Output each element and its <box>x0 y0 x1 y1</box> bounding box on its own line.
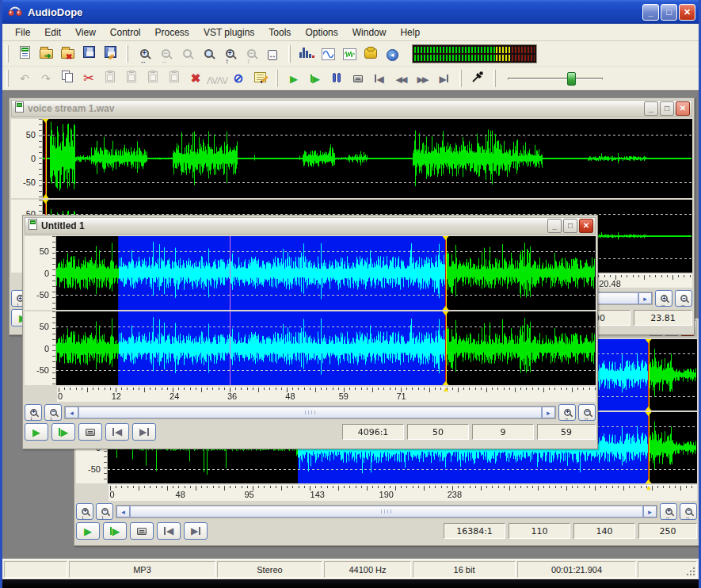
horizontal-zoom-out-button[interactable]: −↔ <box>578 404 596 421</box>
waveform-display[interactable] <box>56 236 596 310</box>
time-ruler[interactable]: 04895143190238▲ <box>109 485 697 501</box>
scrollbar-thumb[interactable] <box>78 407 542 418</box>
waveform-canvas[interactable] <box>56 236 595 310</box>
statistics-button[interactable] <box>296 44 317 63</box>
play-selection-button[interactable]: ▶ <box>103 522 127 540</box>
time-ruler[interactable]: 0122436485971▲ <box>57 387 596 402</box>
save-file-button[interactable] <box>78 44 99 63</box>
scroll-left-button[interactable]: ◂ <box>116 506 130 517</box>
play-button[interactable]: ▶ <box>25 423 48 441</box>
scroll-left-button[interactable]: ◂ <box>65 407 78 418</box>
signal-generator-button[interactable] <box>318 44 338 63</box>
minimize-button[interactable]: _ <box>642 4 659 21</box>
menu-item-view[interactable]: View <box>69 25 102 40</box>
amplitude-ruler-ticks <box>52 236 55 310</box>
resize-grip[interactable] <box>686 567 695 576</box>
fast-forward-button[interactable]: ▶▶ <box>412 68 432 88</box>
marker-tool-button[interactable] <box>467 68 488 88</box>
waveform-display[interactable] <box>43 119 692 198</box>
child-minimize-button[interactable]: _ <box>644 101 658 116</box>
volume-slider[interactable] <box>505 71 606 86</box>
menu-item-process[interactable]: Process <box>149 25 196 40</box>
scrollbar-thumb[interactable] <box>130 506 643 517</box>
vertical-zoom-out-button[interactable]: −↕ <box>96 503 113 520</box>
horizontal-scrollbar[interactable]: ◂▸ <box>64 406 556 419</box>
maximize-button[interactable]: □ <box>661 4 677 21</box>
close-file-button[interactable]: ✖ <box>57 44 78 63</box>
delete-button[interactable]: ✖ <box>185 68 206 88</box>
horizontal-zoom-in-button[interactable]: +↔ <box>655 290 672 307</box>
app-titlebar[interactable]: AudioDope _ □ ✕ <box>2 0 699 24</box>
child-window-untitled[interactable]: Untitled 1_□✕500-50500-500122436485971▲+… <box>22 215 598 449</box>
horizontal-scrollbar[interactable]: ◂▸ <box>116 505 657 518</box>
sound-playback-button[interactable]: ◄ <box>382 44 402 63</box>
stop-button[interactable] <box>348 68 368 88</box>
go-end-button[interactable]: ▶ <box>184 522 208 540</box>
scroll-right-button[interactable]: ▸ <box>643 506 657 517</box>
save-as-file-button[interactable]: ✏ <box>100 44 120 63</box>
fit-width-button[interactable]: ↔ <box>262 44 283 63</box>
waveform-canvas[interactable] <box>56 311 595 385</box>
copy-button[interactable] <box>57 68 78 88</box>
new-file-button[interactable] <box>14 44 35 63</box>
notes-button[interactable] <box>250 68 270 88</box>
menu-item-control[interactable]: Control <box>104 25 147 40</box>
go-start-button[interactable]: ◀ <box>369 68 390 88</box>
menu-item-tools[interactable]: Tools <box>262 25 297 40</box>
go-end-button[interactable]: ▶ <box>433 68 454 88</box>
open-file-button[interactable]: ➔ <box>36 44 56 63</box>
horizontal-zoom-in-button[interactable]: +↔ <box>660 503 677 520</box>
menu-item-edit[interactable]: Edit <box>38 25 67 40</box>
vertical-zoom-in-button[interactable]: +↕ <box>25 404 42 421</box>
play-selection-button[interactable]: ▶ <box>51 423 75 441</box>
menu-item-vst-plugins[interactable]: VST plugins <box>197 25 261 40</box>
scroll-right-button[interactable]: ▸ <box>542 407 555 418</box>
menu-item-file[interactable]: File <box>9 25 36 40</box>
play-button[interactable]: ▶ <box>76 522 100 540</box>
vertical-zoom-in-button[interactable]: +↕ <box>76 503 93 520</box>
child-title: Untitled 1 <box>41 220 546 231</box>
child-minimize-button[interactable]: _ <box>547 219 562 233</box>
menu-item-options[interactable]: Options <box>299 25 344 40</box>
play-button[interactable]: ▶ <box>284 68 304 88</box>
child-maximize-button[interactable]: □ <box>660 101 674 116</box>
status-field-2: 110 <box>509 523 570 539</box>
horizontal-zoom-in-button[interactable]: +↔ <box>558 404 576 421</box>
close-button[interactable]: ✕ <box>679 4 695 21</box>
waveform-display[interactable] <box>56 311 596 385</box>
amplitude-label: -50 <box>23 178 36 187</box>
waveform-view-button[interactable] <box>339 44 360 63</box>
child-close-button[interactable]: ✕ <box>579 219 593 233</box>
transport-row: ▶▶◀▶16384:1110140250 <box>76 522 697 540</box>
stop-button[interactable] <box>130 522 154 540</box>
horizontal-zoom-out-button[interactable]: −↔ <box>680 503 697 520</box>
menu-item-window[interactable]: Window <box>346 25 393 40</box>
child-titlebar[interactable]: voice stream 1.wav_□✕ <box>11 100 692 117</box>
signal-generator-icon <box>322 47 335 61</box>
child-maximize-button[interactable]: □ <box>563 219 577 233</box>
amplitude-ruler: 500-50 <box>25 236 56 310</box>
toolbar-grip <box>459 70 462 87</box>
go-start-button[interactable]: ◀ <box>105 423 129 441</box>
menu-item-help[interactable]: Help <box>394 25 426 40</box>
child-titlebar[interactable]: Untitled 1_□✕ <box>25 217 596 235</box>
stop-button[interactable] <box>78 423 102 441</box>
pause-button[interactable] <box>326 68 347 88</box>
child-close-button[interactable]: ✕ <box>676 101 690 116</box>
go-end-button[interactable]: ▶ <box>132 423 156 441</box>
vertical-zoom-out-button[interactable]: −↕ <box>44 404 62 421</box>
zoom-in-vertical-button[interactable]: +↕ <box>219 44 240 63</box>
zoom-in-horizontal-button[interactable]: +↔ <box>134 44 154 63</box>
cut-button[interactable]: ✂ <box>78 68 99 88</box>
mute-button[interactable]: ⊘ <box>228 68 249 88</box>
zoom-selection-button[interactable] <box>198 44 219 63</box>
phone-device-button[interactable] <box>360 44 381 63</box>
scroll-right-button[interactable]: ▸ <box>638 292 652 304</box>
rewind-button[interactable]: ◀◀ <box>391 68 411 88</box>
play-selection-button[interactable]: ▶ <box>305 68 326 88</box>
format-panel: MP3 <box>69 561 215 578</box>
volume-slider-thumb[interactable] <box>567 72 576 86</box>
horizontal-zoom-out-button[interactable]: −↔ <box>675 290 692 307</box>
waveform-canvas[interactable] <box>43 119 691 198</box>
go-start-button[interactable]: ◀ <box>157 522 181 540</box>
